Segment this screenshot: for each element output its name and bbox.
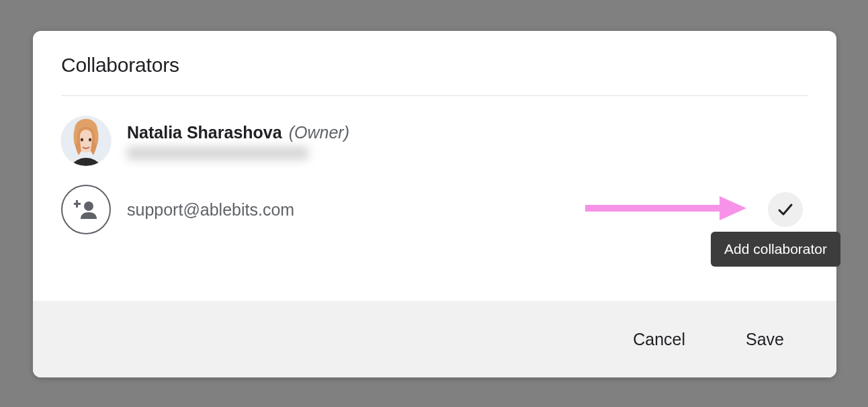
save-button[interactable]: Save — [746, 330, 784, 349]
collaborators-dialog: Collaborators Natalia Sharashova — [33, 31, 836, 377]
confirm-add-button[interactable] — [768, 192, 803, 227]
cancel-button[interactable]: Cancel — [633, 330, 685, 349]
checkmark-icon — [777, 201, 794, 218]
collaborator-name-line: Natalia Sharashova (Owner) — [127, 123, 808, 142]
svg-rect-6 — [74, 203, 81, 205]
svg-point-3 — [89, 138, 91, 142]
add-collaborator-tooltip: Add collaborator — [711, 232, 840, 267]
svg-point-2 — [81, 138, 83, 142]
annotation-arrow — [585, 195, 746, 224]
add-person-icon — [61, 185, 111, 234]
avatar-photo — [61, 116, 111, 166]
collaborator-role: (Owner) — [289, 123, 349, 142]
avatar — [61, 116, 111, 166]
dialog-actions: Cancel Save — [33, 301, 836, 377]
collaborator-row-owner: Natalia Sharashova (Owner) — [61, 116, 808, 166]
add-collaborator-row: support@ablebits.com — [61, 185, 808, 234]
collaborator-name: Natalia Sharashova — [127, 123, 282, 142]
dialog-title: Collaborators — [61, 54, 808, 95]
svg-marker-8 — [720, 196, 746, 220]
collaborator-email-blurred — [127, 146, 308, 160]
collaborator-info: Natalia Sharashova (Owner) — [127, 123, 808, 160]
svg-point-4 — [84, 201, 93, 211]
divider — [61, 95, 808, 96]
